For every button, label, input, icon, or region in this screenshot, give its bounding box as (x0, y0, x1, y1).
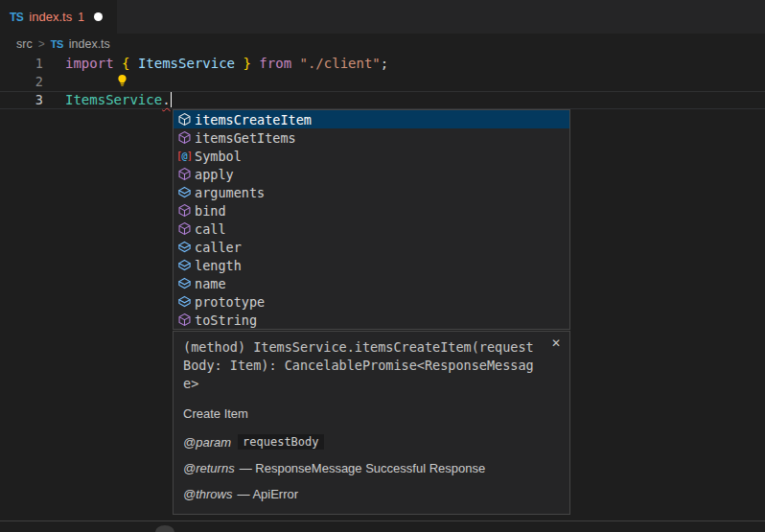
code-line-current[interactable]: 3 ItemsService. (0, 91, 765, 109)
bottom-edge-dot (155, 525, 174, 532)
suggest-item-label: prototype (195, 294, 265, 310)
line-number: 3 (0, 91, 43, 109)
text-cursor (171, 92, 173, 107)
field-symbol-icon (176, 294, 192, 310)
tab-problems-badge: 1 (78, 11, 84, 24)
method-symbol-icon (176, 312, 192, 328)
suggestion-item[interactable]: [@] call (174, 220, 569, 238)
breadcrumb: src > TS index.ts (0, 34, 765, 55)
suggestion-item[interactable]: [@] itemsCreateItem (174, 110, 569, 128)
tab-bar: TS index.ts 1 (0, 0, 765, 34)
field-symbol-icon (176, 240, 192, 255)
suggestion-item[interactable]: [@] apply (174, 165, 569, 183)
typescript-file-icon: TS (10, 11, 23, 24)
suggestion-item[interactable]: [@] caller (174, 238, 569, 256)
chevron-right-icon: > (38, 37, 45, 51)
code-line[interactable]: 2 (0, 73, 765, 91)
suggest-item-label: toString (195, 312, 257, 328)
method-symbol-icon (176, 130, 192, 146)
line-number: 2 (0, 73, 43, 91)
tab-index-ts[interactable]: TS index.ts 1 (0, 0, 117, 34)
suggestion-item[interactable]: [@] arguments (174, 183, 569, 201)
suggest-item-label: name (195, 276, 226, 291)
suggest-item-label: length (195, 258, 242, 273)
close-icon[interactable]: ✕ (551, 337, 561, 349)
suggest-item-label: itemsCreateItem (195, 112, 312, 127)
field-symbol-icon (176, 185, 192, 200)
variable-symbol-icon: [@] (176, 149, 192, 164)
doc-tag-throws: @throws — ApiError (183, 487, 560, 501)
suggest-docs-panel: ✕ (method) ItemsService.itemsCreateItem(… (173, 331, 570, 515)
intellisense-suggest-widget: [@] itemsCreateItem [@] itemsGetItems [@… (173, 109, 570, 330)
method-symbol-icon (176, 167, 192, 182)
doc-description: Create Item (183, 406, 560, 421)
suggest-item-label: arguments (195, 185, 265, 200)
suggestion-item[interactable]: [@] bind (174, 201, 569, 220)
method-signature: (method) ItemsService.itemsCreateItem(re… (183, 338, 560, 393)
bottom-divider (0, 520, 765, 521)
method-symbol-icon (176, 221, 192, 237)
suggestion-item[interactable]: [@] length (174, 256, 569, 274)
suggest-item-label: apply (195, 167, 234, 182)
doc-tag-returns: @returns — ResponseMessage Successful Re… (183, 461, 560, 475)
suggest-item-label: Symbol (195, 149, 242, 164)
suggestion-item[interactable]: [@] Symbol (174, 147, 569, 165)
method-symbol-icon (176, 203, 192, 219)
breadcrumb-file[interactable]: index.ts (69, 37, 110, 51)
field-symbol-icon (176, 276, 192, 291)
method-symbol-icon (176, 112, 192, 127)
typescript-file-icon: TS (51, 38, 63, 50)
suggest-item-label: call (195, 221, 226, 237)
suggestion-item[interactable]: [@] prototype (174, 292, 569, 311)
suggestion-item[interactable]: [@] toString (174, 311, 569, 329)
suggest-item-label: caller (195, 240, 242, 255)
param-name-chip: requestBody (238, 434, 323, 450)
line-number: 1 (0, 55, 43, 73)
unsaved-changes-dot-icon[interactable] (94, 12, 103, 21)
suggestion-item[interactable]: [@] name (174, 274, 569, 292)
suggestion-item[interactable]: [@] itemsGetItems (174, 128, 569, 147)
code-editor[interactable]: 1 import { ItemsService } from "./client… (0, 55, 765, 109)
tab-filename: index.ts (29, 10, 72, 24)
doc-tag-param: @param requestBody (183, 434, 560, 450)
breadcrumb-folder[interactable]: src (16, 37, 33, 51)
lightbulb-icon[interactable] (115, 73, 129, 87)
field-symbol-icon (176, 258, 192, 273)
suggest-item-label: bind (195, 203, 226, 219)
suggest-item-label: itemsGetItems (195, 130, 296, 146)
